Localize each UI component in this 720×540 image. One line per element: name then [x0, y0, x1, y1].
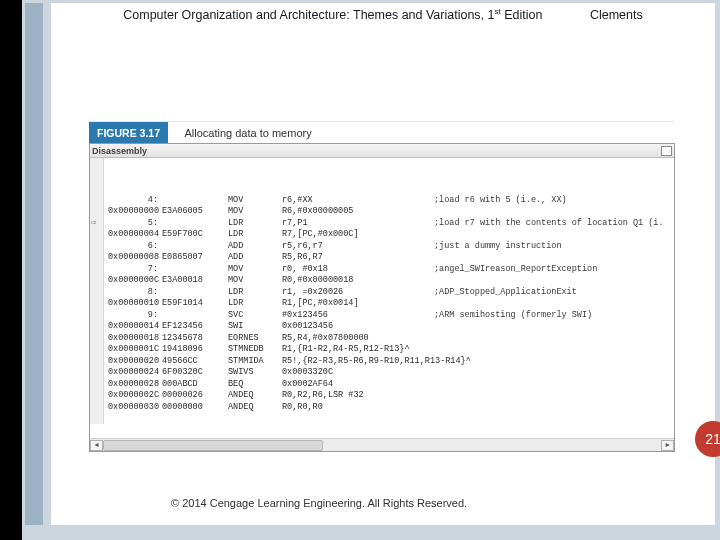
- disassembly-row: 8:LDRr1, =0x20026;ADP_Stopped_Applicatio…: [108, 287, 670, 299]
- disassembly-row: 6:ADDr5,r6,r7;just a dummy instruction: [108, 241, 670, 253]
- disassembly-row: 0x00000008E0865007ADDR5,R6,R7: [108, 252, 670, 264]
- disassembly-row: 0x0000002049566CCSTMMIDAR5!,{R2-R3,R5-R6…: [108, 356, 670, 368]
- disassembly-panel: Disassembly ⇨ 4:MOVr6,#XX;load r6 with 5…: [89, 143, 675, 452]
- page-number: 21: [705, 431, 720, 447]
- current-line-arrow-icon: ⇨: [91, 218, 96, 230]
- scroll-left-arrow-icon[interactable]: ◄: [90, 440, 103, 451]
- horizontal-scrollbar[interactable]: ◄ ►: [90, 438, 674, 451]
- disassembly-row: 0x0000001812345678EORNESR5,R4,#0x0780000…: [108, 333, 670, 345]
- disassembly-title: Disassembly: [92, 146, 147, 156]
- disassembly-row: 4:MOVr6,#XX;load r6 with 5 (i.e., XX): [108, 195, 670, 207]
- disassembly-row: 9:SVC#0x123456;ARM semihosting (formerly…: [108, 310, 670, 322]
- panel-restore-icon[interactable]: [661, 146, 672, 156]
- disassembly-row: 0x00000014EF123456SWI0x00123456: [108, 321, 670, 333]
- disassembly-row: 0x00000010E59F1014LDRR1,[PC,#0x0014]: [108, 298, 670, 310]
- disassembly-rows: 4:MOVr6,#XX;load r6 with 5 (i.e., XX)0x0…: [108, 195, 670, 414]
- figure-caption: Allocating data to memory: [184, 127, 311, 139]
- disassembly-row: 0x0000003000000000ANDEQR0,R0,R0: [108, 402, 670, 414]
- book-title: Computer Organization and Architecture: …: [123, 8, 546, 22]
- title-prefix: Computer Organization and Architecture: …: [123, 8, 494, 22]
- title-suffix: Edition: [501, 8, 543, 22]
- copyright-text: © 2014 Cengage Learning Engineering. All…: [171, 497, 467, 509]
- page-number-badge: 21: [695, 421, 720, 457]
- slide-header: Computer Organization and Architecture: …: [51, 7, 715, 22]
- scroll-right-arrow-icon[interactable]: ►: [661, 440, 674, 451]
- disassembly-row: 0x00000028000ABCDBEQ0x0002AF64: [108, 379, 670, 391]
- main-panel: Computer Organization and Architecture: …: [51, 3, 715, 525]
- scroll-thumb[interactable]: [103, 440, 323, 451]
- image-credit: [666, 168, 676, 378]
- figure-title-bar: FIGURE 3.17 Allocating data to memory: [89, 121, 675, 143]
- disassembly-row: 0x0000000CE3A00018MOVR0,#0x00000018: [108, 275, 670, 287]
- disassembly-row: 7:MOVr0, #0x18;angel_SWIreason_ReportExc…: [108, 264, 670, 276]
- disassembly-body: ⇨ 4:MOVr6,#XX;load r6 with 5 (i.e., XX)0…: [90, 158, 674, 438]
- figure-block: FIGURE 3.17 Allocating data to memory Di…: [89, 121, 675, 452]
- disassembly-row: 0x00000000E3A06005MOVR6,#0x00000005: [108, 206, 670, 218]
- disassembly-header: Disassembly: [90, 144, 674, 158]
- side-stripe: [25, 3, 43, 525]
- figure-badge: FIGURE 3.17: [89, 122, 168, 144]
- disassembly-row: 0x0000002C00000026ANDEQR0,R2,R6,LSR #32: [108, 390, 670, 402]
- scroll-track[interactable]: [103, 440, 661, 451]
- author-name: Clements: [590, 8, 643, 22]
- slide-background: Computer Organization and Architecture: …: [22, 0, 720, 540]
- disassembly-row: 0x0000001C19418096STMNEDBR1,{R1-R2,R4-R5…: [108, 344, 670, 356]
- disassembly-row: 0x000000246F00320CSWIVS0x0003320C: [108, 367, 670, 379]
- disassembly-row: 5:LDRr7,P1;load r7 with the contents of …: [108, 218, 670, 230]
- gutter: ⇨: [90, 158, 104, 424]
- disassembly-row: 0x00000004E59F700CLDRR7,[PC,#0x000C]: [108, 229, 670, 241]
